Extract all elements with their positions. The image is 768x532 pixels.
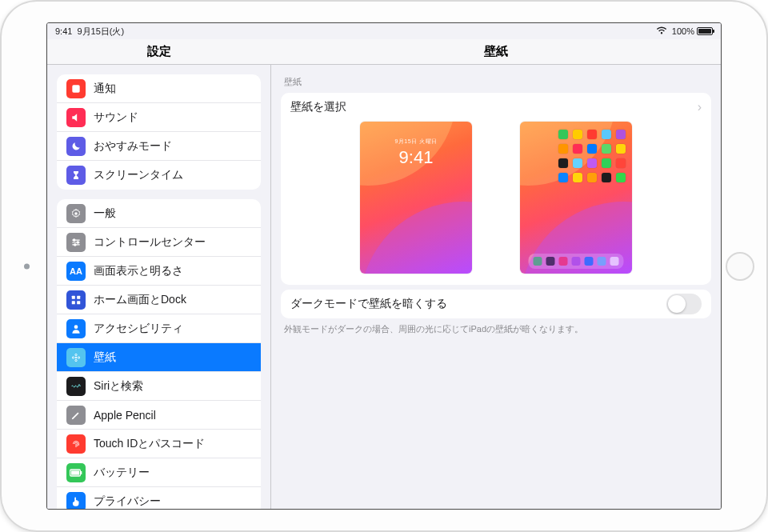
sidebar-item-apple-pencil[interactable]: Apple Pencil [57, 401, 261, 430]
grid-icon [66, 290, 86, 310]
sidebar-item-label: 通知 [94, 82, 251, 96]
ipad-frame: 9:41 9月15日(火) 100% 設定 壁紙 通知サウンドおやすみモードスク… [0, 0, 768, 532]
sidebar-item-label: プライバシー [94, 494, 251, 509]
svg-rect-9 [77, 301, 80, 304]
homescreen-dock [529, 254, 624, 269]
sidebar-item-label: 画面表示と明るさ [94, 264, 251, 278]
homescreen-app-grid [558, 130, 626, 182]
wallpaper-main: 壁紙 壁紙を選択 › 9月15日 火曜日 9:41 [271, 65, 721, 509]
sidebar-item-item-1-1[interactable]: コントロールセンター [57, 228, 261, 257]
svg-rect-6 [72, 295, 75, 298]
sidebar-item-item-0-3[interactable]: スクリーンタイム [57, 161, 261, 190]
speaker-icon [66, 108, 86, 127]
moon-icon [66, 137, 86, 156]
flower-icon [66, 348, 86, 367]
sidebar-item-label: おやすみモード [94, 139, 251, 154]
svg-point-5 [74, 243, 76, 245]
svg-point-11 [75, 356, 77, 358]
battery-icon [66, 463, 86, 482]
sidebar-group: 一般コントロールセンターAA画面表示と明るさホーム画面とDockアクセシビリティ… [57, 199, 261, 509]
chevron-right-icon: › [698, 100, 702, 114]
status-date: 9月15日(火) [77, 26, 124, 38]
person-icon [66, 319, 86, 338]
hand-icon [66, 492, 86, 509]
section-header-wallpaper: 壁紙 [284, 76, 708, 88]
choose-wallpaper-group: 壁紙を選択 › 9月15日 火曜日 9:41 [281, 93, 711, 285]
status-time: 9:41 [55, 26, 72, 36]
wallpaper-previews: 9月15日 火曜日 9:41 [290, 122, 702, 274]
choose-wallpaper-label: 壁紙を選択 [290, 100, 698, 114]
camera-dot [24, 263, 30, 269]
svg-rect-19 [81, 471, 82, 474]
sidebar-item-item-1-9[interactable]: バッテリー [57, 458, 261, 487]
svg-point-4 [77, 241, 78, 242]
svg-rect-18 [71, 470, 79, 474]
svg-point-13 [75, 359, 77, 361]
sidebar-item-item-0-1[interactable]: サウンド [57, 103, 261, 132]
sidebar-item-item-1-4[interactable]: アクセシビリティ [57, 314, 261, 343]
sidebar-item-dock[interactable]: ホーム画面とDock [57, 286, 261, 314]
siri-icon [66, 377, 86, 396]
svg-point-2 [74, 212, 78, 215]
settings-sidebar[interactable]: 通知サウンドおやすみモードスクリーンタイム一般コントロールセンターAA画面表示と… [47, 65, 271, 509]
sidebar-item-label: バッテリー [94, 466, 251, 480]
lockscreen-date: 9月15日 火曜日 [360, 138, 472, 146]
lockscreen-time: 9:41 [360, 147, 472, 168]
gear-icon [66, 204, 86, 223]
choose-wallpaper-cell[interactable]: 壁紙を選択 › 9月15日 火曜日 9:41 [281, 93, 711, 285]
bell-icon [66, 79, 86, 98]
sidebar-group: 通知サウンドおやすみモードスクリーンタイム [57, 74, 261, 190]
homescreen-preview[interactable] [520, 122, 632, 274]
sidebar-item-label: Apple Pencil [94, 409, 251, 422]
touchid-icon [66, 434, 86, 454]
sidebar-item-label: 壁紙 [94, 350, 251, 365]
svg-point-15 [78, 356, 79, 358]
sidebar-item-item-1-10[interactable]: プライバシー [57, 487, 261, 509]
main-title: 壁紙 [271, 39, 721, 65]
title-bars: 設定 壁紙 [47, 39, 721, 65]
svg-rect-7 [77, 295, 80, 298]
status-bar: 9:41 9月15日(火) 100% [47, 23, 721, 39]
battery-percent: 100% [672, 26, 694, 36]
sliders-icon [66, 233, 86, 252]
sidebar-item-label: サウンド [94, 110, 251, 125]
sidebar-item-siri[interactable]: Siriと検索 [57, 372, 261, 401]
dark-dimming-label: ダークモードで壁紙を暗くする [290, 297, 666, 311]
svg-rect-8 [72, 301, 75, 304]
dark-dimming-group: ダークモードで壁紙を暗くする [281, 290, 711, 318]
sidebar-item-label: 一般 [94, 206, 251, 221]
home-button[interactable] [726, 252, 754, 281]
svg-point-12 [75, 354, 77, 355]
dark-dimming-footer: 外観モードがダークの場合、周囲の光に応じてiPadの壁紙が暗くなります。 [284, 323, 708, 335]
sidebar-title: 設定 [47, 39, 271, 65]
dark-dimming-cell[interactable]: ダークモードで壁紙を暗くする [281, 290, 711, 318]
screen: 9:41 9月15日(火) 100% 設定 壁紙 通知サウンドおやすみモードスク… [46, 22, 722, 510]
sidebar-item-item-1-5[interactable]: 壁紙 [57, 343, 261, 372]
wifi-icon [656, 26, 667, 36]
hourglass-icon [66, 166, 86, 185]
sidebar-item-item-0-0[interactable]: 通知 [57, 74, 261, 103]
sidebar-item-item-0-2[interactable]: おやすみモード [57, 132, 261, 161]
sidebar-item-item-1-0[interactable]: 一般 [57, 199, 261, 228]
sidebar-item-label: アクセシビリティ [94, 322, 251, 336]
svg-point-3 [74, 238, 75, 240]
dark-dimming-toggle[interactable] [666, 294, 702, 314]
sidebar-item-label: Touch IDとパスコード [94, 437, 251, 451]
AA-icon: AA [66, 262, 86, 281]
lockscreen-preview[interactable]: 9月15日 火曜日 9:41 [360, 122, 472, 274]
sidebar-item-label: スクリーンタイム [94, 168, 251, 182]
sidebar-item-touch-id[interactable]: Touch IDとパスコード [57, 430, 261, 458]
sidebar-item-label: コントロールセンター [94, 235, 251, 250]
battery-indicator: 100% [672, 26, 713, 36]
sidebar-item-label: ホーム画面とDock [94, 293, 251, 307]
svg-point-14 [72, 356, 74, 358]
svg-rect-0 [72, 85, 79, 92]
sidebar-item-item-1-2[interactable]: AA画面表示と明るさ [57, 257, 261, 286]
sidebar-item-label: Siriと検索 [94, 379, 251, 394]
svg-point-10 [74, 325, 78, 329]
pencil-icon [66, 406, 86, 425]
